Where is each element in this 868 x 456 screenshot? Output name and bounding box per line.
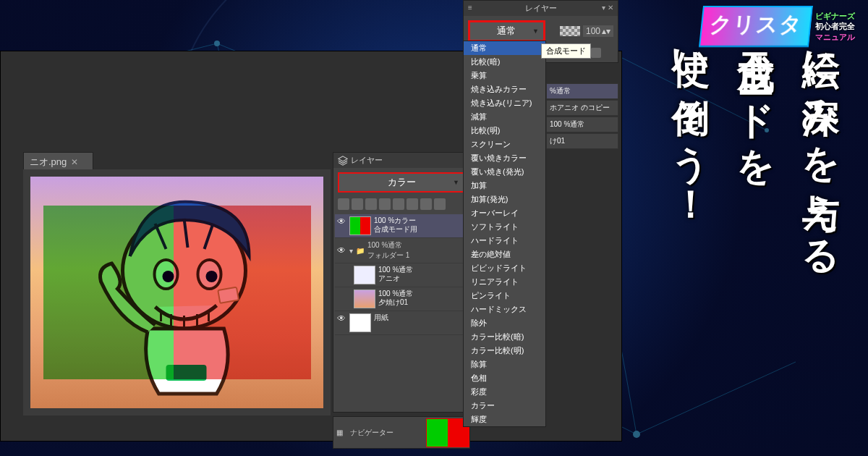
blend-mode-tooltip: 合成モード bbox=[541, 43, 591, 59]
blend-mode-menu[interactable]: 通常比較(暗)乗算焼き込みカラー焼き込み(リニア)減算比較(明)スクリーン覆い焼… bbox=[463, 41, 546, 427]
blend-mode-option[interactable]: カラー比較(暗) bbox=[464, 330, 545, 344]
red-tint-overlay bbox=[174, 206, 311, 379]
blend-mode-option[interactable]: 彩度 bbox=[464, 385, 545, 399]
blend-mode-option[interactable]: 焼き込み(リニア) bbox=[464, 96, 545, 110]
navigator-title: ナビゲーター bbox=[346, 426, 398, 439]
visibility-icon[interactable]: 👁 bbox=[336, 313, 346, 324]
opacity-value: 100 bbox=[586, 26, 600, 36]
headline: 絵に深みを与える 合成モードを 使い倒そう！ bbox=[665, 22, 846, 258]
layer-opacity-label: 100 %通常 bbox=[367, 240, 409, 250]
layer-item[interactable]: 👁 用紙 bbox=[335, 311, 468, 335]
layer-list: 👁 100 %カラー 合成モード用 👁 ▾ 📁 100 %通常 フォルダー 1 … bbox=[333, 214, 469, 335]
document-tab-label: ニオ.png bbox=[30, 156, 67, 169]
blend-mode-select-right-value: 通常 bbox=[497, 25, 516, 38]
opacity-input[interactable]: 100 ▴▾ bbox=[583, 25, 613, 37]
brand-logo: クリスタ ビギナーズ 初心者完全 マニュアル bbox=[701, 6, 855, 47]
blend-mode-option[interactable]: 焼き込みカラー bbox=[464, 83, 545, 96]
blend-mode-option[interactable]: ハードミックス bbox=[464, 303, 545, 316]
layer-name: 用紙 bbox=[374, 313, 388, 322]
headline-line1: 絵に深みを与える bbox=[796, 22, 846, 258]
logo-sub-1: ビギナーズ bbox=[815, 11, 855, 21]
blend-mode-option[interactable]: ソフトライト bbox=[464, 220, 545, 234]
blend-mode-option[interactable]: 比較(暗) bbox=[464, 55, 545, 69]
chevron-down-icon[interactable]: ▾ bbox=[349, 247, 353, 255]
blend-mode-option[interactable]: 色相 bbox=[464, 371, 545, 385]
blend-mode-select-right[interactable]: 通常 ▼ bbox=[468, 20, 545, 42]
close-icon[interactable]: ▾ ✕ bbox=[602, 4, 613, 12]
navigator-icon: ▦ bbox=[333, 428, 346, 436]
layer-name: アニオ bbox=[378, 274, 413, 283]
dropdown-icon: ▼ bbox=[453, 179, 459, 186]
menu-icon[interactable]: ≡ bbox=[468, 4, 472, 12]
brand-logo-text: クリスタ bbox=[699, 6, 813, 47]
opacity-checker-icon bbox=[560, 26, 580, 36]
blend-mode-option[interactable]: 覆い焼き(発光) bbox=[464, 165, 545, 179]
layer-folder[interactable]: 👁 ▾ 📁 100 %通常 フォルダー 1 bbox=[335, 238, 468, 263]
blend-mode-option[interactable]: 覆い焼きカラー bbox=[464, 151, 545, 165]
layer-thumbnail bbox=[354, 290, 375, 308]
layer-list-right: %通常 ホアニオ のコピー 100 %通常 け01 bbox=[546, 83, 618, 150]
dropdown-icon: ▼ bbox=[532, 28, 539, 35]
tool-icon[interactable] bbox=[352, 198, 363, 210]
blend-mode-option[interactable]: ピンライト bbox=[464, 289, 545, 303]
blend-mode-option[interactable]: ハードライト bbox=[464, 234, 545, 248]
blend-mode-option[interactable]: 加算 bbox=[464, 179, 545, 193]
trash-icon[interactable] bbox=[591, 48, 601, 58]
blend-mode-select-left-value: カラー bbox=[388, 176, 416, 189]
layer-opacity-label: 100 %カラー bbox=[374, 216, 417, 225]
blend-mode-option[interactable]: オーバーレイ bbox=[464, 206, 545, 220]
blend-mode-option[interactable]: 減算 bbox=[464, 110, 545, 124]
close-tab-icon[interactable]: ✕ bbox=[71, 157, 78, 167]
tool-icon[interactable] bbox=[365, 198, 377, 210]
layer-name: 合成モード用 bbox=[374, 225, 417, 234]
layer-item[interactable]: 👁 100 %カラー 合成モード用 bbox=[335, 214, 468, 238]
layer-opacity-label: 100 %通常 bbox=[378, 290, 413, 298]
layer-item[interactable]: 100 %通常 アニオ bbox=[335, 263, 468, 287]
layer-panel-right-title: ≡ レイヤー ▾ ✕ bbox=[464, 1, 618, 16]
tool-icon[interactable] bbox=[434, 198, 446, 210]
layer-thumbnail bbox=[349, 313, 371, 332]
logo-sub-2: 初心者完全 bbox=[815, 21, 855, 31]
tool-icon[interactable] bbox=[420, 198, 432, 210]
layer-opacity-label: 100 %通常 bbox=[378, 266, 413, 274]
layer-item[interactable]: 100 %通常 bbox=[546, 117, 618, 132]
blend-mode-option[interactable]: カラー比較(明) bbox=[464, 344, 545, 358]
blend-mode-option[interactable]: スクリーン bbox=[464, 138, 545, 151]
visibility-icon[interactable]: 👁 bbox=[336, 216, 346, 227]
headline-line3: 使い倒そう！ bbox=[665, 22, 716, 258]
layer-item[interactable]: %通常 bbox=[546, 83, 618, 99]
canvas-area[interactable] bbox=[23, 169, 331, 415]
blend-mode-option[interactable]: 輝度 bbox=[464, 413, 545, 426]
layer-item[interactable]: ホアニオ のコピー bbox=[546, 100, 618, 116]
layer-item[interactable]: け01 bbox=[546, 133, 618, 149]
tool-icon[interactable] bbox=[338, 198, 349, 210]
blend-mode-option[interactable]: 比較(明) bbox=[464, 124, 545, 138]
blend-mode-option[interactable]: 差の絶対値 bbox=[464, 248, 545, 261]
tool-icon[interactable] bbox=[407, 198, 418, 210]
blend-mode-option[interactable]: ビビッドライト bbox=[464, 261, 545, 275]
navigator-panel: ▦ ナビゲーター bbox=[333, 416, 470, 449]
svg-point-3 bbox=[633, 431, 640, 438]
visibility-icon[interactable]: 👁 bbox=[336, 245, 346, 256]
layer-panel-left: レイヤー カラー ▼ 👁 100 %カラー 合成モード用 👁 ▾ 📁 100 % bbox=[333, 152, 470, 413]
brand-logo-subtitle: ビギナーズ 初心者完全 マニュアル bbox=[815, 11, 855, 42]
blend-mode-option[interactable]: 除算 bbox=[464, 358, 545, 371]
tool-icon[interactable] bbox=[379, 198, 391, 210]
blend-mode-option[interactable]: カラー bbox=[464, 399, 545, 413]
stepper-icon[interactable]: ▴▾ bbox=[602, 26, 610, 36]
logo-sub-3: マニュアル bbox=[815, 32, 855, 42]
svg-point-4 bbox=[214, 41, 220, 46]
layer-item[interactable]: 100 %通常 夕焼け01 bbox=[335, 287, 468, 311]
blend-mode-select-left[interactable]: カラー ▼ bbox=[338, 172, 465, 193]
blend-mode-option[interactable]: 除外 bbox=[464, 316, 545, 330]
tool-icon[interactable] bbox=[393, 198, 404, 210]
layer-panel-right-title-text: レイヤー bbox=[525, 4, 557, 12]
blend-mode-option[interactable]: 乗算 bbox=[464, 69, 545, 83]
blend-mode-option[interactable]: リニアライト bbox=[464, 275, 545, 289]
blend-mode-option[interactable]: 通常 bbox=[464, 41, 545, 55]
document-tab[interactable]: ニオ.png ✕ bbox=[23, 152, 93, 172]
blend-mode-option[interactable]: 加算(発光) bbox=[464, 193, 545, 206]
canvas[interactable] bbox=[30, 177, 323, 408]
layer-thumbnail bbox=[354, 266, 375, 284]
layer-panel-title-text: レイヤー bbox=[351, 155, 383, 166]
